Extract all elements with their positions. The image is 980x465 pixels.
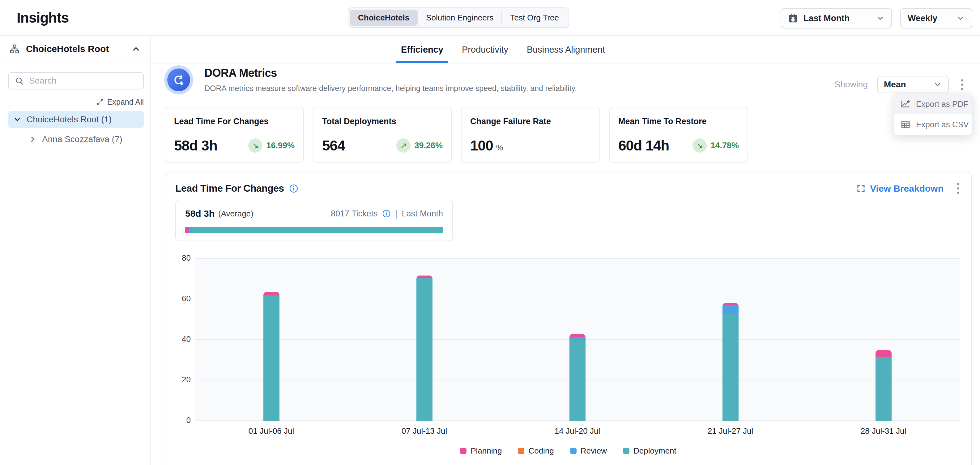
bar-segment-review (722, 305, 738, 313)
menu-item-export-csv[interactable]: Export as CSV (894, 114, 972, 135)
legend-swatch (570, 447, 577, 454)
insights-page: Insights ChoiceHotels Solution Engineers… (0, 0, 980, 465)
legend-item-review[interactable]: Review (570, 446, 607, 456)
card-title: Lead Time For Changes (174, 117, 294, 126)
aggregation-select[interactable]: Mean (877, 76, 949, 93)
summary-bar-segment-planning (185, 227, 189, 233)
sidebar-header[interactable]: ChoiceHotels Root (0, 36, 150, 62)
legend-item-planning[interactable]: Planning (460, 446, 502, 456)
tab-business-alignment[interactable]: Business Alignment (522, 36, 610, 63)
chevron-down-icon[interactable] (13, 115, 22, 124)
dora-title: DORA Metrics (204, 67, 577, 80)
tree-item-choicehotels-root[interactable]: ChoiceHotels Root (1) (8, 111, 144, 128)
bar-segment-deployment (722, 313, 738, 421)
bar-segment-planning (875, 350, 892, 357)
lead-time-summary-card: 58d 3h (Average) 8017 Tickets | Last Mon… (175, 200, 453, 241)
summary-period: Last Month (402, 209, 443, 219)
bar-segment-review (570, 337, 585, 340)
bar-segment-planning (570, 334, 585, 337)
x-tick-label: 21 Jul-27 Jul (654, 426, 807, 436)
view-breakdown-label: View Breakdown (870, 183, 943, 194)
bar-segment-planning (263, 292, 280, 295)
menu-item-export-pdf[interactable]: Export as PDF (894, 94, 972, 114)
org-tab-choicehotels[interactable]: ChoiceHotels (350, 10, 417, 26)
chevron-down-icon (876, 14, 885, 22)
tab-efficiency[interactable]: Efficiency (396, 36, 448, 63)
menu-item-label: Export as PDF (916, 99, 968, 109)
y-axis: 020406080 (165, 259, 191, 421)
stacked-bar[interactable] (570, 334, 585, 421)
card-title: Change Failure Rate (470, 117, 591, 126)
granularity-select-value: Weekly (908, 13, 937, 23)
dora-controls: Showing Mean (835, 76, 966, 93)
legend-swatch (518, 447, 524, 454)
view-breakdown-button[interactable]: View Breakdown (856, 183, 943, 194)
search-box (8, 72, 144, 89)
stacked-bar[interactable] (875, 350, 892, 421)
x-tick-label: 28 Jul-31 Jul (807, 426, 960, 436)
dora-kebab-menu-button[interactable] (958, 77, 966, 93)
summary-progress-bar (185, 227, 443, 233)
period-select[interactable]: Last Month (781, 8, 892, 29)
bar-segment-deployment (875, 358, 892, 421)
tab-productivity[interactable]: Productivity (457, 36, 513, 63)
expand-all-button[interactable]: Expand All (0, 97, 144, 107)
org-tab-test-org-tree[interactable]: Test Org Tree (501, 10, 567, 26)
chevron-up-icon[interactable] (131, 44, 141, 54)
x-tick-label: 01 Jul-06 Jul (195, 426, 348, 436)
metric-cards-row: Lead Time For Changes 58d 3h ↘ 16.99% To… (165, 107, 748, 163)
summary-average-value: 58d 3h (185, 208, 215, 219)
expand-corners-icon (856, 184, 865, 193)
search-input[interactable] (29, 76, 137, 86)
y-tick-label: 60 (182, 294, 191, 304)
trend-up-icon: ↗ (396, 138, 410, 153)
legend-item-deployment[interactable]: Deployment (623, 446, 676, 456)
granularity-select[interactable]: Weekly (900, 8, 972, 29)
delta-badge: ↗ 39.26% (396, 138, 443, 153)
delta-badge: ↘ 14.78% (692, 138, 739, 153)
x-tick-label: 07 Jul-13 Jul (348, 426, 501, 436)
org-tree-icon (9, 44, 20, 54)
plot-area[interactable] (195, 259, 960, 421)
legend-swatch (623, 447, 629, 454)
tree-item-anna-scozzafava[interactable]: Anna Scozzafava (7) (24, 131, 144, 148)
summary-bar-segment-deployment (192, 227, 443, 233)
summary-bar-segment-review (189, 227, 192, 233)
chart-legend: PlanningCodingReviewDeployment (165, 446, 971, 456)
trend-down-icon: ↘ (692, 138, 707, 153)
org-tree: ChoiceHotels Root (1) Anna Scozzafava (7… (0, 111, 150, 148)
divider: | (395, 208, 398, 219)
y-tick-label: 40 (182, 334, 191, 344)
table-icon (900, 120, 910, 129)
summary-average-qualifier: (Average) (218, 209, 253, 219)
chevron-right-icon[interactable] (29, 135, 37, 144)
chart-kebab-menu-button[interactable] (954, 181, 963, 196)
dora-cycle-icon (167, 69, 190, 91)
stacked-bar[interactable] (417, 275, 433, 421)
x-axis: 01 Jul-06 Jul07 Jul-13 Jul14 Jul-20 Jul2… (195, 426, 960, 436)
showing-label: Showing (835, 80, 868, 89)
org-tab-solution-engineers[interactable]: Solution Engineers (417, 10, 501, 26)
calendar-icon (788, 13, 798, 23)
stacked-bar[interactable] (263, 292, 280, 421)
delta-percent: 16.99% (266, 141, 294, 150)
info-icon[interactable] (289, 184, 298, 193)
card-value: 58d 3h (174, 137, 217, 154)
card-value: 60d 14h (618, 137, 669, 154)
delta-badge: ↘ 16.99% (248, 138, 294, 153)
trend-down-icon: ↘ (248, 138, 262, 153)
y-tick-label: 20 (182, 375, 191, 385)
card-title: Total Deployments (322, 117, 443, 126)
tree-item-label: ChoiceHotels Root (1) (27, 115, 111, 125)
card-change-failure-rate: Change Failure Rate 100% (461, 107, 600, 163)
page-title: Insights (17, 9, 68, 26)
card-lead-time-for-changes: Lead Time For Changes 58d 3h ↘ 16.99% (165, 107, 304, 163)
card-value: 100% (470, 137, 503, 154)
delta-percent: 14.78% (710, 141, 739, 150)
legend-item-coding[interactable]: Coding (518, 446, 554, 456)
stacked-bar[interactable] (722, 303, 738, 421)
info-icon[interactable] (382, 209, 391, 218)
dora-description: DORA metrics measure software delivery p… (204, 84, 577, 93)
legend-swatch (460, 447, 466, 454)
main-area: Efficiency Productivity Business Alignme… (151, 36, 980, 465)
